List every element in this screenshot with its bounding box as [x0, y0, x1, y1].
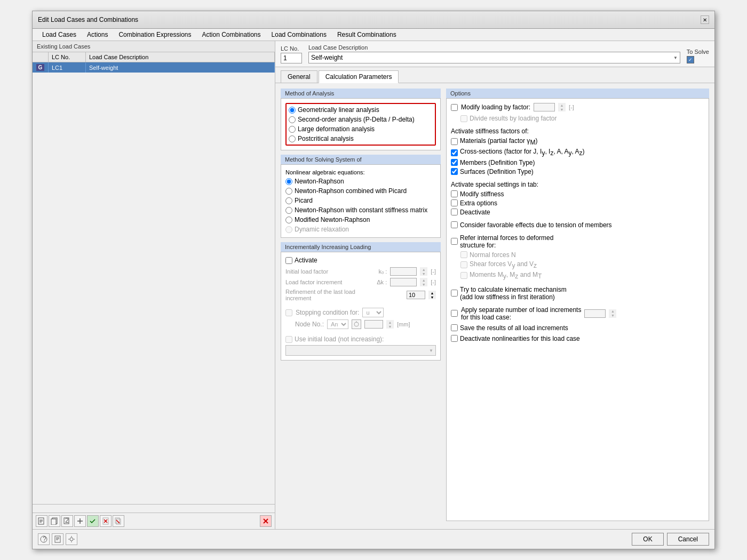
shear-forces-row: Shear forces Vy and Vz — [451, 260, 704, 269]
method-solving-content: Nonlinear algebraic equations: Newton-Ra… — [281, 165, 441, 238]
refinement-up[interactable]: ▲ — [428, 291, 436, 295]
radio-postcritical[interactable]: Postcritical analysis — [289, 135, 433, 142]
load-factor-incr-label: Load factor increment — [285, 279, 374, 285]
materials-checkbox[interactable] — [451, 138, 458, 145]
modify-loading-unit: [-] — [569, 104, 574, 110]
copy2-lc-button[interactable]: 2 — [61, 515, 73, 527]
modify-loading-checkbox[interactable] — [451, 104, 458, 111]
modify-loading-row: Modify loading by factor: ▲ ▼ [-] — [451, 103, 704, 111]
activate-row: Activate — [285, 257, 436, 264]
to-solve-field: To Solve ✓ — [687, 49, 709, 63]
members-checkbox[interactable] — [451, 159, 458, 166]
modify-loading-down: ▼ — [558, 107, 566, 111]
materials-row: Materials (partial factor γM) — [451, 137, 704, 146]
tab-result-combinations[interactable]: Result Combinations — [332, 29, 402, 41]
kinematic-checkbox[interactable] — [451, 290, 458, 297]
lc-no-input[interactable] — [281, 53, 302, 63]
radio-newton-raphson[interactable]: Newton-Raphson — [285, 178, 436, 185]
tab-general[interactable]: General — [281, 70, 317, 83]
radio-dynamic-relax: Dynamic relaxation — [285, 226, 436, 233]
cross-sections-checkbox[interactable] — [451, 149, 458, 156]
incr-loading-content: Activate Initial load factor k₀ : ▲ ▼ — [281, 252, 441, 361]
stopping-label: Stopping condition for: — [296, 309, 359, 316]
to-solve-checkbox[interactable]: ✓ — [687, 56, 694, 63]
move-lc-button[interactable] — [74, 515, 86, 527]
horizontal-scrollbar[interactable] — [33, 504, 275, 513]
refinement-down[interactable]: ▼ — [428, 295, 436, 299]
tab-combination-expressions[interactable]: Combination Expressions — [113, 29, 196, 41]
lc-toolbar: 2 — [33, 513, 275, 529]
use-initial-load-label: Use initial load (not increasing): — [295, 335, 384, 343]
new-lc-button[interactable] — [36, 515, 47, 527]
kinematic-label: Try to calculate kinematic mechanism(add… — [460, 286, 567, 301]
method-analysis-content: Geometrically linear analysis Second-ord… — [281, 99, 441, 150]
deactivate-nonlin-row: Deactivate nonlinearities for this load … — [451, 335, 704, 342]
radio-newton-const-stiff[interactable]: Newton-Raphson with constant stiffness m… — [285, 206, 436, 214]
deactivate-checkbox[interactable] — [451, 209, 458, 215]
note-button[interactable] — [52, 533, 63, 545]
help-button[interactable]: ? — [38, 533, 50, 545]
initial-load-factor-down: ▼ — [420, 271, 427, 276]
svg-rect-5 — [51, 519, 56, 525]
use-initial-load-checkbox — [285, 336, 292, 343]
table-row[interactable]: G LC1 Self-weight — [33, 62, 275, 73]
tab-calc-params[interactable]: Calculation Parameters — [319, 70, 399, 83]
load-factor-incr-row: Load factor increment Δk : ▲ ▼ [-] — [285, 278, 436, 286]
cancel-button[interactable]: Cancel — [667, 533, 709, 546]
settings-button[interactable] — [66, 533, 77, 545]
radio-second-order[interactable]: Second-order analysis (P-Delta / P-delta… — [289, 116, 433, 123]
col-type — [33, 52, 49, 62]
tab-load-cases[interactable]: Load Cases — [37, 29, 82, 41]
extra-options-checkbox[interactable] — [451, 199, 458, 206]
spacer2 — [285, 331, 436, 335]
check-lc-button[interactable] — [87, 515, 99, 527]
refinement-input[interactable] — [407, 291, 425, 299]
extra-options-row: Extra options — [451, 199, 704, 207]
favorable-effects-row: Consider favorable effects due to tensio… — [451, 221, 704, 229]
options-header: Options — [446, 89, 709, 99]
tab-actions[interactable]: Actions — [82, 29, 113, 41]
refer-internal-label: Refer internal forces to deformedstructu… — [460, 234, 553, 249]
lc-table-header: LC No. Load Case Description — [33, 52, 275, 62]
favorable-effects-checkbox[interactable] — [451, 221, 458, 228]
activate-checkbox[interactable] — [285, 257, 292, 264]
delete2-lc-button[interactable] — [113, 515, 124, 527]
radio-geom-linear[interactable]: Geometrically linear analysis — [289, 106, 433, 114]
tab-load-combinations[interactable]: Load Combinations — [266, 29, 332, 41]
delete-lc-button[interactable] — [100, 515, 112, 527]
stopping-row: Stopping condition for: u — [285, 308, 436, 317]
node-up: ▲ — [386, 320, 394, 324]
ok-button[interactable]: OK — [632, 533, 663, 546]
radio-modified-newton[interactable]: Modified Newton-Raphson — [285, 216, 436, 223]
refinement-spinner[interactable]: ▲ ▼ — [428, 291, 436, 299]
save-results-label: Save the results of all load increments — [460, 324, 568, 332]
copy-lc-button[interactable] — [49, 515, 60, 527]
kinematic-row: Try to calculate kinematic mechanism(add… — [451, 286, 704, 301]
tab-action-combinations[interactable]: Action Combinations — [196, 29, 266, 41]
modify-loading-input — [534, 103, 555, 111]
initial-load-dropdown: ▼ — [285, 345, 436, 356]
refinement-label: Refinement of the last loadincrement — [285, 289, 403, 301]
lc-list: G LC1 Self-weight — [33, 62, 275, 283]
initial-load-factor-input — [390, 267, 417, 276]
svg-line-13 — [116, 520, 120, 523]
lc-desc-input[interactable] — [311, 54, 673, 61]
left-sub-panels: Method of Analysis Geometrically linear … — [281, 89, 441, 524]
stopping-checkbox — [285, 309, 292, 316]
deactivate-nonlin-checkbox[interactable] — [451, 335, 458, 342]
cancel-edit-button[interactable] — [260, 515, 272, 527]
materials-label: Materials (partial factor γM) — [460, 137, 537, 146]
radio-newton-raphson-picard[interactable]: Newton-Raphson combined with Picard — [285, 187, 436, 195]
save-results-checkbox[interactable] — [451, 324, 458, 331]
node-no-row: Node No.: Any ▲ ▼ — [285, 319, 436, 329]
apply-separate-checkbox[interactable] — [451, 310, 458, 317]
surfaces-checkbox[interactable] — [451, 168, 458, 175]
method-solving-panel: Method for Solving System of Nonlinear a… — [281, 155, 441, 238]
svg-point-24 — [70, 538, 73, 541]
moments-checkbox — [460, 272, 467, 279]
radio-large-deform[interactable]: Large deformation analysis — [289, 125, 433, 133]
close-button[interactable]: ✕ — [701, 15, 709, 24]
modify-stiffness-checkbox[interactable] — [451, 190, 458, 197]
refer-internal-checkbox[interactable] — [451, 238, 458, 245]
radio-picard[interactable]: Picard — [285, 197, 436, 204]
